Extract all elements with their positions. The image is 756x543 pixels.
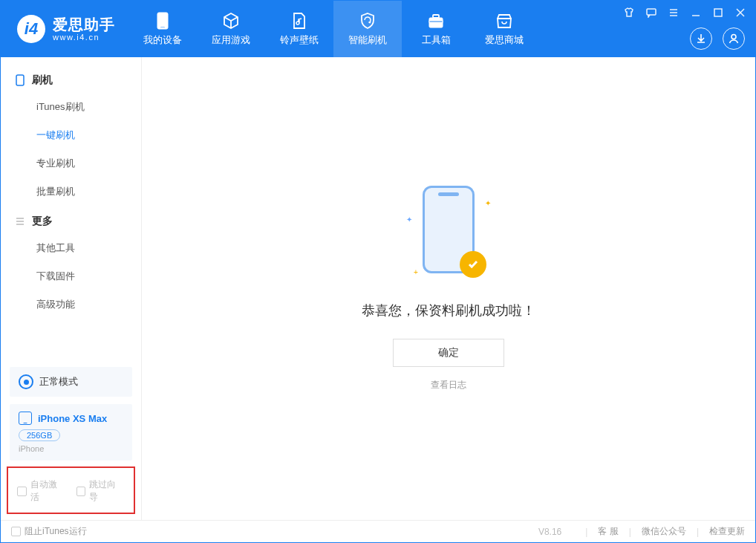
checkbox-block-itunes[interactable]: 阻止iTunes运行 bbox=[11, 525, 87, 538]
app-subtitle: www.i4.cn bbox=[53, 33, 115, 42]
checkbox-label: 自动激活 bbox=[30, 478, 66, 504]
sparkle-icon: ✦ bbox=[485, 199, 491, 207]
checkbox-skip-guide[interactable]: 跳过向导 bbox=[76, 478, 126, 504]
separator: | bbox=[697, 527, 699, 537]
app-title: 爱思助手 bbox=[53, 16, 115, 33]
list-icon bbox=[14, 215, 26, 227]
titlebar-controls bbox=[622, 5, 748, 20]
separator: | bbox=[629, 527, 631, 537]
svg-rect-4 bbox=[429, 21, 443, 22]
device-mode-box[interactable]: 正常模式 bbox=[10, 367, 132, 397]
app-body: 刷机 iTunes刷机 一键刷机 专业刷机 批量刷机 更多 其他工具 下载固件 … bbox=[1, 57, 755, 520]
sidebar-bottom: 正常模式 iPhone XS Max 256GB iPhone bbox=[1, 361, 141, 466]
sidebar-item-other-tools[interactable]: 其他工具 bbox=[1, 234, 141, 262]
app-header: i4 爱思助手 www.i4.cn 我的设备 应用游戏 铃声壁纸 智能刷机 工具… bbox=[1, 1, 755, 57]
device-storage: 256GB bbox=[19, 429, 60, 441]
menu-icon[interactable] bbox=[666, 5, 681, 20]
phone-icon bbox=[19, 412, 32, 425]
phone-outline-icon bbox=[14, 74, 26, 86]
sidebar-scroll: 刷机 iTunes刷机 一键刷机 专业刷机 批量刷机 更多 其他工具 下载固件 … bbox=[1, 57, 141, 361]
svg-rect-1 bbox=[160, 27, 165, 28]
minimize-icon[interactable] bbox=[688, 5, 703, 20]
music-file-icon bbox=[290, 11, 309, 30]
footer-link-service[interactable]: 客 服 bbox=[598, 525, 618, 538]
sparkle-icon: + bbox=[414, 268, 418, 276]
svg-rect-5 bbox=[647, 9, 656, 15]
store-icon bbox=[495, 11, 514, 30]
checkbox-box-icon bbox=[11, 527, 21, 536]
footer-bar: 阻止iTunes运行 V8.16 | 客 服 | 微信公众号 | 检查更新 bbox=[1, 520, 755, 542]
nav-label: 爱思商城 bbox=[485, 33, 524, 47]
device-name-row: iPhone XS Max bbox=[19, 412, 123, 425]
version-label: V8.16 bbox=[538, 527, 561, 537]
success-message: 恭喜您，保资料刷机成功啦！ bbox=[362, 302, 535, 319]
checkbox-label: 跳过向导 bbox=[89, 478, 125, 504]
feedback-icon[interactable] bbox=[644, 5, 659, 20]
nav-label: 智能刷机 bbox=[348, 33, 387, 47]
nav-smart-flash[interactable]: 智能刷机 bbox=[333, 1, 402, 57]
sidebar: 刷机 iTunes刷机 一键刷机 专业刷机 批量刷机 更多 其他工具 下载固件 … bbox=[1, 57, 142, 520]
user-icon[interactable] bbox=[723, 27, 745, 50]
sidebar-item-advanced[interactable]: 高级功能 bbox=[1, 290, 141, 319]
download-icon[interactable] bbox=[690, 27, 712, 50]
checkmark-badge-icon bbox=[460, 251, 486, 278]
nav-apps-games[interactable]: 应用游戏 bbox=[197, 1, 265, 57]
checkbox-box-icon bbox=[76, 487, 86, 496]
maximize-icon[interactable] bbox=[711, 5, 726, 20]
separator: | bbox=[585, 527, 587, 537]
success-illustration: ✦ ✦ + bbox=[408, 186, 489, 282]
svg-point-7 bbox=[731, 35, 736, 39]
main-nav: 我的设备 应用游戏 铃声壁纸 智能刷机 工具箱 爱思商城 bbox=[128, 1, 538, 57]
nav-my-device[interactable]: 我的设备 bbox=[128, 1, 197, 57]
sidebar-group-more: 更多 bbox=[1, 206, 141, 234]
nav-toolbox[interactable]: 工具箱 bbox=[402, 1, 470, 57]
nav-label: 应用游戏 bbox=[212, 33, 250, 47]
svg-rect-8 bbox=[16, 75, 24, 85]
sidebar-item-download-firmware[interactable]: 下载固件 bbox=[1, 262, 141, 290]
flash-options-row: 自动激活 跳过向导 bbox=[7, 466, 135, 514]
sidebar-item-oneclick-flash[interactable]: 一键刷机 bbox=[1, 121, 141, 149]
toolbox-icon bbox=[426, 11, 446, 30]
nav-label: 我的设备 bbox=[143, 33, 182, 47]
header-right-actions bbox=[690, 27, 745, 50]
device-type: iPhone bbox=[19, 444, 123, 453]
logo-text: 爱思助手 www.i4.cn bbox=[53, 16, 115, 42]
ok-button[interactable]: 确定 bbox=[393, 339, 504, 367]
sidebar-item-batch-flash[interactable]: 批量刷机 bbox=[1, 178, 141, 206]
mode-label: 正常模式 bbox=[39, 375, 78, 388]
cube-icon bbox=[221, 11, 241, 30]
group-title: 刷机 bbox=[32, 74, 53, 87]
checkbox-label: 阻止iTunes运行 bbox=[25, 525, 87, 538]
svg-rect-6 bbox=[714, 9, 722, 16]
sparkle-icon: ✦ bbox=[406, 215, 412, 224]
footer-links: | 客 服 | 微信公众号 | 检查更新 bbox=[575, 525, 745, 538]
checkbox-auto-activate[interactable]: 自动激活 bbox=[17, 478, 66, 504]
nav-label: 铃声壁纸 bbox=[280, 33, 319, 47]
checkbox-box-icon bbox=[17, 487, 27, 496]
view-log-link[interactable]: 查看日志 bbox=[431, 379, 466, 391]
device-icon bbox=[153, 11, 172, 30]
nav-label: 工具箱 bbox=[422, 33, 451, 47]
sidebar-item-itunes-flash[interactable]: iTunes刷机 bbox=[1, 93, 141, 121]
footer-link-wechat[interactable]: 微信公众号 bbox=[642, 525, 686, 538]
footer-link-update[interactable]: 检查更新 bbox=[709, 525, 745, 538]
svg-rect-3 bbox=[433, 15, 439, 18]
mode-indicator-icon bbox=[19, 374, 33, 389]
sidebar-item-pro-flash[interactable]: 专业刷机 bbox=[1, 149, 141, 178]
logo-area: i4 爱思助手 www.i4.cn bbox=[1, 1, 128, 57]
refresh-shield-icon bbox=[358, 11, 377, 30]
group-title: 更多 bbox=[32, 215, 53, 228]
logo-icon: i4 bbox=[17, 15, 45, 43]
skin-icon[interactable] bbox=[622, 5, 636, 20]
device-name: iPhone XS Max bbox=[38, 413, 107, 424]
nav-ringtones-wallpapers[interactable]: 铃声壁纸 bbox=[265, 1, 333, 57]
close-icon[interactable] bbox=[733, 5, 748, 20]
main-content: ✦ ✦ + 恭喜您，保资料刷机成功啦！ 确定 查看日志 bbox=[142, 57, 755, 520]
nav-store[interactable]: 爱思商城 bbox=[470, 1, 538, 57]
device-info-box[interactable]: iPhone XS Max 256GB iPhone bbox=[10, 404, 132, 461]
sidebar-group-flash: 刷机 bbox=[1, 65, 141, 93]
